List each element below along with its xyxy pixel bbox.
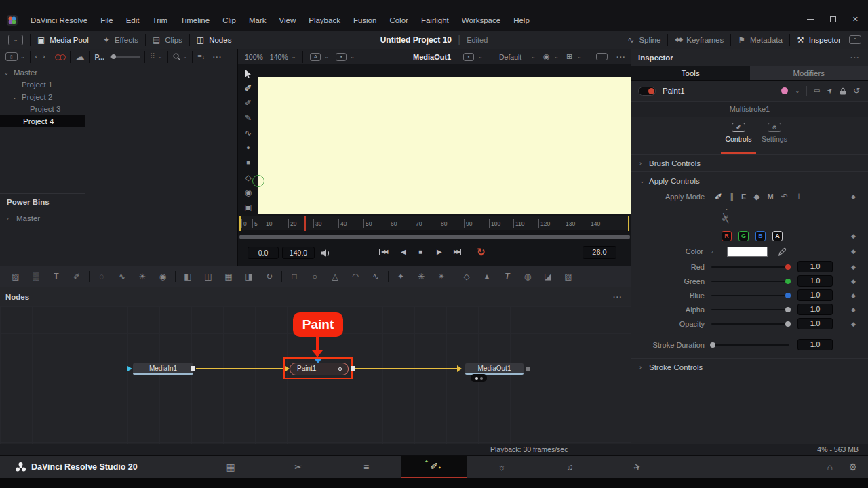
goto-end-button[interactable]: ▶▶ — [454, 249, 461, 255]
channel-b-button[interactable]: B — [755, 231, 766, 241]
bspline-mask-icon[interactable]: ◠ — [345, 272, 366, 281]
nodes-button[interactable]: ◫Nodes — [197, 36, 232, 44]
grid-view-chevron-icon[interactable]: ⌄ — [158, 54, 163, 60]
back-icon[interactable]: ‹ — [35, 54, 37, 60]
media-pool-button[interactable]: ▣Media Pool — [37, 36, 89, 44]
menu-color[interactable]: Color — [389, 16, 408, 24]
brightness-tool-icon[interactable]: ☀ — [132, 272, 153, 281]
media-pool-options-icon[interactable]: ··· — [213, 53, 222, 61]
lut-label[interactable]: Default — [499, 53, 521, 61]
audio-mute-icon[interactable] — [321, 249, 331, 258]
bin-item-project3[interactable]: Project 3 — [0, 103, 85, 115]
channel-g-button[interactable]: G — [738, 231, 749, 241]
power-bins-master[interactable]: › Master — [0, 212, 85, 224]
imageplane3d-tool-icon[interactable]: ◇ — [456, 272, 477, 281]
channel-view-chevron-icon[interactable]: ⌄ — [324, 54, 329, 60]
apply-mode-chevron-icon[interactable]: ⌄ — [724, 205, 729, 211]
viewer-canvas[interactable] — [258, 77, 631, 214]
red-value-field[interactable]: 1.0 — [797, 261, 833, 272]
color-expand-icon[interactable]: › — [711, 249, 713, 255]
lock-icon[interactable] — [840, 87, 846, 95]
expand-icon[interactable]: ⌄ — [12, 94, 22, 100]
page-fairlight-button[interactable]: ♫ — [556, 462, 583, 472]
menu-clip[interactable]: Clip — [222, 16, 236, 24]
play-button[interactable]: ▶ — [437, 248, 442, 256]
zoom-level-left[interactable]: 100% — [245, 53, 263, 61]
roi-button[interactable]: ▪ — [336, 53, 347, 61]
mediain-input-icon[interactable] — [127, 366, 132, 371]
red-slider[interactable] — [711, 266, 789, 268]
cornerpin-tool-icon[interactable]: ◧ — [178, 272, 198, 281]
blur-tool-icon[interactable]: ◌ — [92, 272, 112, 281]
guides-chevron-icon[interactable]: ⌄ — [577, 54, 582, 60]
loop-button[interactable]: ↻ — [477, 246, 486, 258]
paint-output-icon[interactable] — [351, 366, 355, 371]
menu-mark[interactable]: Mark — [249, 16, 267, 24]
viewer-options-icon[interactable]: ··· — [616, 53, 626, 61]
panel-toggle-button[interactable]: ⌄ — [8, 35, 23, 45]
dual-screen-button[interactable]: ⌃ — [849, 35, 861, 44]
rect-shape-tool-icon[interactable]: ▣ — [239, 200, 258, 215]
viewer-buffer-button[interactable]: ▪ — [463, 53, 474, 61]
mediaout-output-icon[interactable] — [526, 367, 530, 371]
reset-icon[interactable]: ↺ — [853, 87, 860, 95]
background-tool-icon[interactable]: ▨ — [5, 272, 26, 281]
tab-tools[interactable]: Tools — [631, 66, 750, 80]
inspector-button[interactable]: ⚒Inspector — [797, 36, 841, 44]
menu-playback[interactable]: Playback — [309, 16, 340, 24]
mediain-output-icon[interactable] — [191, 366, 195, 371]
ellipse-mask-icon[interactable]: ○ — [304, 272, 325, 281]
fastnoise-tool-icon[interactable]: ▒ — [26, 272, 46, 281]
node-graph[interactable]: MediaIn1 Paint1 MediaOut1 Paint — [0, 306, 631, 444]
merge-tool-icon[interactable]: ▦ — [218, 272, 239, 281]
menu-fusion[interactable]: Fusion — [353, 16, 377, 24]
colorcurves-tool-icon[interactable]: ∿ — [112, 272, 132, 281]
apply-stroke-icon[interactable]: ∥ — [730, 192, 734, 201]
keyframe-diamond-icon[interactable]: ◆ — [851, 264, 856, 270]
rectangle-mask-icon[interactable]: □ — [284, 272, 304, 281]
stop-button[interactable]: ■ — [418, 248, 422, 256]
opacity-value-field[interactable]: 1.0 — [797, 318, 833, 329]
roi-chevron-icon[interactable]: ⌄ — [350, 54, 355, 60]
blue-value-field[interactable]: 1.0 — [797, 289, 833, 301]
search-icon[interactable] — [173, 53, 180, 60]
green-slider[interactable] — [711, 281, 789, 282]
search-chevron-icon[interactable]: ⌄ — [183, 54, 188, 60]
expand-icon[interactable]: ⌄ — [4, 70, 14, 76]
color-swatch[interactable] — [727, 247, 768, 257]
project-settings-button[interactable]: ⚙ — [848, 462, 857, 472]
window-close-icon[interactable]: ✕ — [852, 15, 859, 24]
forward-icon[interactable]: › — [43, 54, 45, 60]
pin-icon[interactable]: ➤ — [825, 86, 834, 95]
lut-chevron-icon[interactable]: ⌄ — [531, 54, 536, 60]
subtab-controls[interactable]: ✐ Controls — [719, 123, 757, 143]
inspector-options-icon[interactable]: ··· — [850, 54, 860, 62]
node-mediain1[interactable]: MediaIn1 — [133, 363, 193, 375]
menu-edit[interactable]: Edit — [126, 16, 140, 24]
window-maximize-icon[interactable] — [830, 16, 836, 22]
keyframe-diamond-icon[interactable]: ◆ — [851, 248, 856, 255]
menu-fairlight[interactable]: Fairlight — [421, 16, 449, 24]
keyframe-diamond-icon[interactable]: ◆ — [851, 321, 856, 327]
mattecontrol-tool-icon[interactable]: ◨ — [239, 272, 259, 281]
tab-modifiers[interactable]: Modifiers — [750, 66, 868, 80]
metadata-button[interactable]: ⚑Metadata — [738, 36, 783, 44]
select-tool-icon[interactable] — [239, 66, 258, 81]
prender-tool-icon[interactable]: ✴ — [431, 272, 452, 281]
effects-button[interactable]: ✦Effects — [103, 36, 138, 44]
clone-multistroke-tool-icon[interactable]: ✐ — [239, 96, 258, 110]
channel-a-button[interactable]: A — [772, 231, 783, 241]
menu-help[interactable]: Help — [513, 16, 530, 24]
circle-shape-tool-icon[interactable]: ◉ — [239, 185, 258, 200]
alpha-value-field[interactable]: 1.0 — [797, 304, 833, 315]
stroke-tool-icon[interactable]: ✎ — [239, 110, 258, 125]
menu-timeline[interactable]: Timeline — [180, 16, 210, 24]
apply-clone-icon[interactable]: ↶ — [781, 192, 788, 201]
menu-trim[interactable]: Trim — [153, 16, 168, 24]
polygon-mask-icon[interactable]: △ — [325, 272, 345, 281]
paint-tool-icon[interactable]: ✐ — [66, 272, 87, 281]
menu-workspace[interactable]: Workspace — [462, 16, 500, 24]
node-mediaout1[interactable]: MediaOut1 — [465, 363, 524, 375]
flip-tool-icon[interactable]: ◫ — [198, 272, 218, 281]
zoom-level-right[interactable]: 140% — [270, 53, 288, 61]
